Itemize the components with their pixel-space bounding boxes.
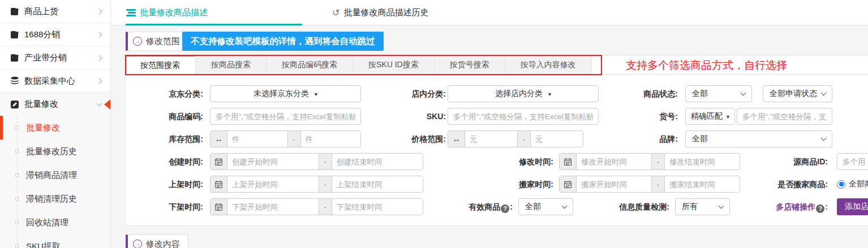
sidebar-item-data-collection[interactable]: 数据采集中心 <box>0 69 110 93</box>
tab-search-by-product[interactable]: 按商品搜索 <box>196 55 267 74</box>
tab-search-by-sku-id[interactable]: 按SKU ID搜索 <box>353 55 435 74</box>
brand-select[interactable]: 全部 <box>685 130 832 147</box>
sidebar-subitem-recycle-clean[interactable]: 回收站清理 <box>0 211 110 234</box>
product-code-label: 商品编码: <box>136 108 203 125</box>
sidebar-subitem-batch-edit[interactable]: 批量修改 <box>0 116 110 140</box>
sidebar-subitem-batch-edit-history[interactable]: 批量修改历史 <box>0 140 110 163</box>
edit-icon <box>10 100 19 109</box>
item-no-match-dropdown[interactable]: 精确匹配 ▾ <box>685 108 735 125</box>
bullet-icon <box>15 173 19 177</box>
source-id-input[interactable] <box>837 153 868 170</box>
sidebar-item-1688-distribution[interactable]: 1688分销 <box>0 23 110 46</box>
tab-search-by-range[interactable]: 按范围搜索 <box>125 55 196 75</box>
valid-product-label: 有效商品?: <box>436 198 513 215</box>
stock-max-input[interactable] <box>301 131 361 147</box>
move-time-start-input[interactable] <box>577 176 651 192</box>
move-time-end-input[interactable] <box>665 176 740 192</box>
tab-label: 批量修改商品描述历史 <box>343 7 428 18</box>
history-icon: ↺ <box>332 7 340 18</box>
off-time-group: - <box>210 198 423 215</box>
item-no-match-value: 精确匹配 <box>691 111 723 121</box>
multi-shop-label: 多店铺操作?: <box>753 198 828 215</box>
chevron-down-icon <box>562 203 568 208</box>
search-tabs: 按范围搜索 按商品搜索 按商品编码搜索 按SKU ID搜索 按货号搜索 按导入内… <box>125 55 592 75</box>
sidebar-item-industry-belt[interactable]: 产业带分销 <box>0 46 110 69</box>
sidebar-subitem-unsalable-history[interactable]: 滞销清理历史 <box>0 187 110 211</box>
product-code-input[interactable] <box>210 108 361 125</box>
stock-min-input[interactable] <box>227 131 287 147</box>
calendar-icon <box>210 176 227 192</box>
chevron-down-icon <box>821 135 827 141</box>
product-status-select[interactable]: 全部 <box>685 85 752 102</box>
calendar-icon <box>210 199 227 215</box>
create-time-end-input[interactable] <box>332 154 423 169</box>
sidebar: 商品上货 1688分销 产业带分销 数据采集中心 批量修改 <box>0 0 111 248</box>
jd-category-label: 京东分类: <box>136 85 203 102</box>
price-max-input[interactable] <box>531 131 583 147</box>
off-time-start-input[interactable] <box>227 199 319 215</box>
calendar-icon <box>560 176 577 192</box>
modify-time-end-input[interactable] <box>665 154 740 169</box>
valid-product-value: 全部 <box>525 202 541 212</box>
item-no-input[interactable] <box>737 108 832 125</box>
price-min-input[interactable] <box>465 131 517 147</box>
sidebar-subitem-sku-extract[interactable]: SKU提取 <box>0 234 110 248</box>
triangle-down-icon: ▾ <box>548 91 551 97</box>
chevron-down-icon <box>821 90 827 95</box>
modify-time-label: 修改时间: <box>470 153 553 170</box>
sidebar-item-product-upload[interactable]: 商品上货 <box>0 0 110 23</box>
help-icon[interactable]: ? <box>501 205 509 213</box>
active-section-marker <box>104 99 110 110</box>
off-time-label: 下架时间: <box>136 198 203 215</box>
range-separator: - <box>319 154 332 169</box>
create-time-label: 创建时间: <box>136 153 203 170</box>
bullet-icon <box>15 150 19 153</box>
jd-category-dropdown[interactable]: 未选择京东分类 ▾ <box>210 85 361 102</box>
tab-search-by-product-code[interactable]: 按商品编码搜索 <box>267 55 353 74</box>
is-moved-option-label: 全部商品 <box>849 179 868 189</box>
tab-batch-edit-description-history[interactable]: ↺ 批量修改商品描述历史 <box>332 0 428 25</box>
tab-batch-edit-description[interactable]: 批量修改商品描述 <box>126 0 208 25</box>
search-scope-panel: 按范围搜索 按商品搜索 按商品编码搜索 按SKU ID搜索 按货号搜索 按导入内… <box>124 55 868 226</box>
apply-status-select[interactable]: 全部申请状态 <box>763 85 832 102</box>
sidebar-subitem-unsalable-clean[interactable]: 滞销商品清理 <box>0 163 110 187</box>
shelf-time-end-input[interactable] <box>332 176 423 192</box>
quality-check-value: 所有 <box>682 202 698 212</box>
sidebar-item-batch-edit[interactable]: 批量修改 <box>0 93 110 116</box>
modify-time-start-input[interactable] <box>577 154 651 169</box>
brand-label: 品牌: <box>595 130 678 147</box>
price-range-group: ↔ - <box>448 130 583 147</box>
sidebar-item-label: 产业带分销 <box>24 53 67 63</box>
tab-edit-by-import[interactable]: 按导入内容修改 <box>505 55 592 74</box>
is-moved-radio-group: 全部商品 <box>837 176 868 193</box>
quality-check-select[interactable]: 所有 <box>675 198 730 215</box>
shop-category-label: 店内分类: <box>363 85 446 102</box>
list-icon <box>126 9 136 16</box>
triangle-down-icon: ▾ <box>315 91 317 97</box>
sidebar-item-label: 数据采集中心 <box>24 76 75 86</box>
range-separator: - <box>517 131 531 147</box>
radio-selected-icon[interactable] <box>837 180 845 189</box>
brand-value: 全部 <box>692 134 708 144</box>
chevron-right-icon <box>97 32 102 37</box>
help-icon[interactable]: ? <box>816 205 824 213</box>
sidebar-subitem-label: 滞销商品清理 <box>26 170 77 181</box>
chevron-down-icon <box>97 101 102 106</box>
add-shop-button[interactable]: 添加店铺 <box>837 198 868 215</box>
sku-input[interactable] <box>448 108 599 125</box>
move-time-label: 搬家时间: <box>470 176 553 193</box>
sidebar-subitem-label: 批量修改历史 <box>26 146 77 157</box>
bullet-icon <box>15 221 19 224</box>
sidebar-item-label: 商品上货 <box>24 6 58 17</box>
sidebar-group-batch-edit: 批量修改 批量修改 批量修改历史 滞销商品清理 <box>0 93 110 248</box>
notice-banner: 不支持修改装吧模板的详情，遇到将会自动跳过 <box>182 32 384 51</box>
sidebar-item-label: 1688分销 <box>24 29 60 40</box>
tab-search-by-item-no[interactable]: 按货号搜索 <box>435 55 505 74</box>
range-arrow-icon: ↔ <box>210 131 227 147</box>
shelf-time-start-input[interactable] <box>227 176 319 192</box>
off-time-end-input[interactable] <box>332 199 423 215</box>
shop-category-dropdown[interactable]: 选择店内分类 ▾ <box>448 85 599 102</box>
product-icon <box>10 7 19 16</box>
valid-product-select[interactable]: 全部 <box>518 198 573 215</box>
create-time-start-input[interactable] <box>227 154 319 169</box>
